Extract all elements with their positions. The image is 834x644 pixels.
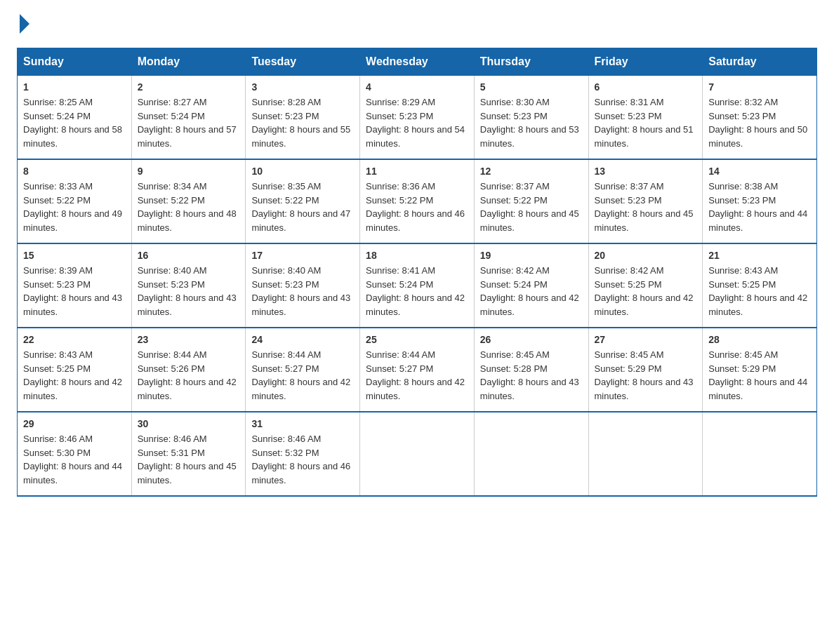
- day-cell: 10 Sunrise: 8:35 AM Sunset: 5:22 PM Dayl…: [246, 159, 360, 243]
- day-info: Sunrise: 8:31 AM Sunset: 5:23 PM Dayligh…: [595, 95, 697, 150]
- day-cell: 3 Sunrise: 8:28 AM Sunset: 5:23 PM Dayli…: [246, 76, 360, 160]
- calendar-body: 1 Sunrise: 8:25 AM Sunset: 5:24 PM Dayli…: [18, 76, 817, 497]
- day-cell: 11 Sunrise: 8:36 AM Sunset: 5:22 PM Dayl…: [360, 159, 475, 243]
- day-cell: 14 Sunrise: 8:38 AM Sunset: 5:23 PM Dayl…: [703, 159, 817, 243]
- day-number: 21: [708, 250, 811, 261]
- day-number: 23: [138, 334, 240, 345]
- day-info: Sunrise: 8:33 AM Sunset: 5:22 PM Dayligh…: [23, 180, 126, 234]
- week-row-4: 22 Sunrise: 8:43 AM Sunset: 5:25 PM Dayl…: [18, 328, 817, 412]
- day-cell: [360, 412, 475, 496]
- day-number: 11: [366, 166, 468, 177]
- day-info: Sunrise: 8:25 AM Sunset: 5:24 PM Dayligh…: [23, 95, 126, 150]
- day-info: Sunrise: 8:42 AM Sunset: 5:25 PM Dayligh…: [595, 264, 697, 318]
- day-number: 2: [138, 81, 240, 93]
- logo-arrow-icon: [20, 14, 29, 34]
- day-number: 26: [480, 334, 583, 345]
- day-number: 14: [708, 166, 811, 177]
- day-info: Sunrise: 8:37 AM Sunset: 5:22 PM Dayligh…: [480, 180, 583, 234]
- day-number: 13: [595, 166, 697, 177]
- day-info: Sunrise: 8:46 AM Sunset: 5:31 PM Dayligh…: [138, 432, 240, 487]
- day-info: Sunrise: 8:45 AM Sunset: 5:29 PM Dayligh…: [595, 348, 697, 403]
- day-cell: 29 Sunrise: 8:46 AM Sunset: 5:30 PM Dayl…: [18, 412, 132, 496]
- day-cell: 6 Sunrise: 8:31 AM Sunset: 5:23 PM Dayli…: [588, 76, 703, 160]
- day-cell: 24 Sunrise: 8:44 AM Sunset: 5:27 PM Dayl…: [246, 328, 360, 412]
- day-cell: 5 Sunrise: 8:30 AM Sunset: 5:23 PM Dayli…: [474, 76, 588, 160]
- day-cell: 19 Sunrise: 8:42 AM Sunset: 5:24 PM Dayl…: [474, 243, 588, 328]
- day-cell: 12 Sunrise: 8:37 AM Sunset: 5:22 PM Dayl…: [474, 159, 588, 243]
- page-header: [17, 17, 817, 34]
- day-info: Sunrise: 8:41 AM Sunset: 5:24 PM Dayligh…: [366, 264, 468, 318]
- day-info: Sunrise: 8:35 AM Sunset: 5:22 PM Dayligh…: [251, 180, 354, 234]
- day-cell: 13 Sunrise: 8:37 AM Sunset: 5:23 PM Dayl…: [588, 159, 703, 243]
- day-cell: 1 Sunrise: 8:25 AM Sunset: 5:24 PM Dayli…: [18, 76, 132, 160]
- day-number: 4: [366, 81, 468, 93]
- day-cell: 23 Sunrise: 8:44 AM Sunset: 5:26 PM Dayl…: [131, 328, 246, 412]
- header-row: SundayMondayTuesdayWednesdayThursdayFrid…: [18, 48, 817, 76]
- week-row-3: 15 Sunrise: 8:39 AM Sunset: 5:23 PM Dayl…: [18, 243, 817, 328]
- day-info: Sunrise: 8:30 AM Sunset: 5:23 PM Dayligh…: [480, 95, 583, 150]
- day-cell: 18 Sunrise: 8:41 AM Sunset: 5:24 PM Dayl…: [360, 243, 475, 328]
- day-cell: 8 Sunrise: 8:33 AM Sunset: 5:22 PM Dayli…: [18, 159, 132, 243]
- day-number: 5: [480, 81, 583, 93]
- day-number: 24: [251, 334, 354, 345]
- day-number: 8: [23, 166, 126, 177]
- day-number: 15: [23, 250, 126, 261]
- logo: [17, 17, 29, 34]
- day-number: 31: [251, 418, 354, 429]
- day-cell: 17 Sunrise: 8:40 AM Sunset: 5:23 PM Dayl…: [246, 243, 360, 328]
- day-number: 9: [138, 166, 240, 177]
- day-info: Sunrise: 8:40 AM Sunset: 5:23 PM Dayligh…: [251, 264, 354, 318]
- day-info: Sunrise: 8:38 AM Sunset: 5:23 PM Dayligh…: [708, 180, 811, 234]
- day-number: 17: [251, 250, 354, 261]
- day-cell: 20 Sunrise: 8:42 AM Sunset: 5:25 PM Dayl…: [588, 243, 703, 328]
- day-cell: 26 Sunrise: 8:45 AM Sunset: 5:28 PM Dayl…: [474, 328, 588, 412]
- day-info: Sunrise: 8:36 AM Sunset: 5:22 PM Dayligh…: [366, 180, 468, 234]
- day-info: Sunrise: 8:44 AM Sunset: 5:27 PM Dayligh…: [251, 348, 354, 403]
- day-number: 20: [595, 250, 697, 261]
- day-cell: 2 Sunrise: 8:27 AM Sunset: 5:24 PM Dayli…: [131, 76, 246, 160]
- day-number: 16: [138, 250, 240, 261]
- day-number: 10: [251, 166, 354, 177]
- day-cell: [474, 412, 588, 496]
- header-cell-tuesday: Tuesday: [246, 48, 360, 76]
- day-info: Sunrise: 8:28 AM Sunset: 5:23 PM Dayligh…: [251, 95, 354, 150]
- day-number: 27: [595, 334, 697, 345]
- day-number: 22: [23, 334, 126, 345]
- day-number: 30: [138, 418, 240, 429]
- day-cell: 25 Sunrise: 8:44 AM Sunset: 5:27 PM Dayl…: [360, 328, 475, 412]
- day-info: Sunrise: 8:44 AM Sunset: 5:27 PM Dayligh…: [366, 348, 468, 403]
- day-cell: 22 Sunrise: 8:43 AM Sunset: 5:25 PM Dayl…: [18, 328, 132, 412]
- day-number: 7: [708, 81, 811, 93]
- day-cell: 4 Sunrise: 8:29 AM Sunset: 5:23 PM Dayli…: [360, 76, 475, 160]
- day-number: 12: [480, 166, 583, 177]
- day-cell: 15 Sunrise: 8:39 AM Sunset: 5:23 PM Dayl…: [18, 243, 132, 328]
- day-cell: 7 Sunrise: 8:32 AM Sunset: 5:23 PM Dayli…: [703, 76, 817, 160]
- day-cell: 27 Sunrise: 8:45 AM Sunset: 5:29 PM Dayl…: [588, 328, 703, 412]
- day-info: Sunrise: 8:45 AM Sunset: 5:28 PM Dayligh…: [480, 348, 583, 403]
- header-cell-sunday: Sunday: [18, 48, 132, 76]
- day-number: 25: [366, 334, 468, 345]
- header-cell-saturday: Saturday: [703, 48, 817, 76]
- day-number: 29: [23, 418, 126, 429]
- day-number: 6: [595, 81, 697, 93]
- week-row-5: 29 Sunrise: 8:46 AM Sunset: 5:30 PM Dayl…: [18, 412, 817, 496]
- day-number: 18: [366, 250, 468, 261]
- day-cell: 28 Sunrise: 8:45 AM Sunset: 5:29 PM Dayl…: [703, 328, 817, 412]
- day-info: Sunrise: 8:43 AM Sunset: 5:25 PM Dayligh…: [23, 348, 126, 403]
- day-info: Sunrise: 8:34 AM Sunset: 5:22 PM Dayligh…: [138, 180, 240, 234]
- day-info: Sunrise: 8:43 AM Sunset: 5:25 PM Dayligh…: [708, 264, 811, 318]
- week-row-1: 1 Sunrise: 8:25 AM Sunset: 5:24 PM Dayli…: [18, 76, 817, 160]
- day-cell: [703, 412, 817, 496]
- header-cell-wednesday: Wednesday: [360, 48, 475, 76]
- day-number: 1: [23, 81, 126, 93]
- day-cell: 30 Sunrise: 8:46 AM Sunset: 5:31 PM Dayl…: [131, 412, 246, 496]
- day-cell: [588, 412, 703, 496]
- day-cell: 31 Sunrise: 8:46 AM Sunset: 5:32 PM Dayl…: [246, 412, 360, 496]
- day-info: Sunrise: 8:32 AM Sunset: 5:23 PM Dayligh…: [708, 95, 811, 150]
- week-row-2: 8 Sunrise: 8:33 AM Sunset: 5:22 PM Dayli…: [18, 159, 817, 243]
- day-number: 19: [480, 250, 583, 261]
- day-info: Sunrise: 8:39 AM Sunset: 5:23 PM Dayligh…: [23, 264, 126, 318]
- day-cell: 9 Sunrise: 8:34 AM Sunset: 5:22 PM Dayli…: [131, 159, 246, 243]
- day-info: Sunrise: 8:45 AM Sunset: 5:29 PM Dayligh…: [708, 348, 811, 403]
- day-info: Sunrise: 8:40 AM Sunset: 5:23 PM Dayligh…: [138, 264, 240, 318]
